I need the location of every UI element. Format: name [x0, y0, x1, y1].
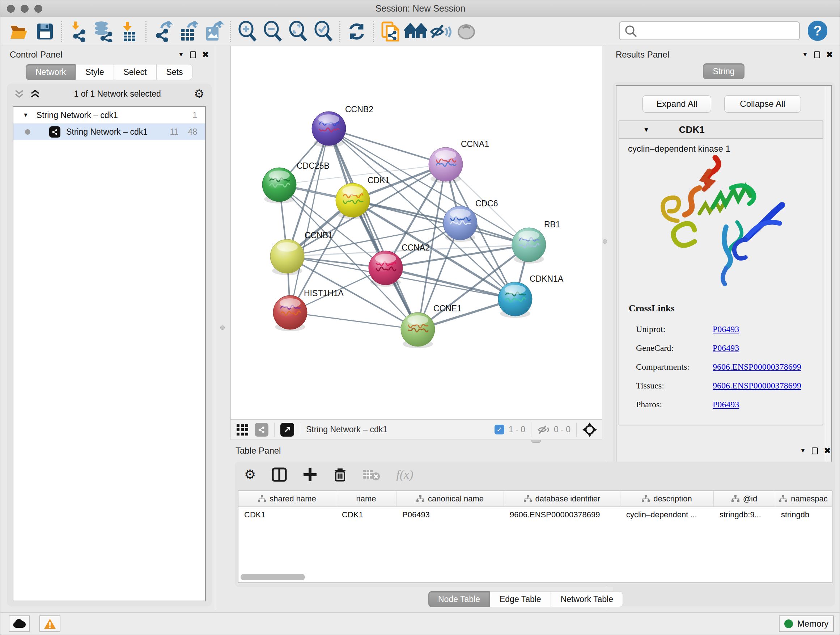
export-table-button[interactable]	[175, 19, 201, 44]
node-label-CDC25B: CDC25B	[297, 161, 330, 171]
collapse-all-button[interactable]: Collapse All	[724, 95, 801, 112]
table-cell[interactable]: stringdb	[775, 507, 832, 523]
table-cell[interactable]: CDK1	[336, 507, 396, 523]
table-horizontal-scrollbar[interactable]	[240, 574, 305, 580]
float-panel-icon[interactable]	[812, 448, 818, 454]
panel-menu-icon[interactable]: ▼	[178, 51, 184, 58]
duplicate-network-file-icon	[380, 20, 401, 43]
panel-menu-icon[interactable]: ▼	[802, 51, 808, 58]
network-type-icon[interactable]	[255, 423, 268, 437]
birdseye-view-icon[interactable]	[237, 424, 248, 435]
table-cell[interactable]: CDK1	[238, 507, 336, 523]
fit-crosshair-icon[interactable]	[583, 423, 597, 437]
crosslink-link[interactable]: 9606.ENSP00000378699	[713, 381, 801, 391]
refresh-layout-button[interactable]	[344, 19, 369, 44]
crosslink-link[interactable]: 9606.ENSP00000378699	[713, 362, 801, 372]
column-header-shared-name[interactable]: shared name	[238, 491, 336, 507]
footer-separator	[274, 423, 275, 437]
tab-node-table[interactable]: Node Table	[428, 591, 490, 607]
protein-card: ▼ CDK1 cyclin–dependent kinase 1	[619, 120, 823, 425]
vertical-splitter-handle[interactable]	[220, 325, 225, 330]
open-session-button[interactable]	[7, 19, 32, 44]
table-options-gear-icon[interactable]: ⚙	[244, 467, 256, 482]
crosslink-link[interactable]: P06493	[713, 343, 739, 353]
zoom-fit-icon	[288, 21, 308, 42]
collapse-all-icon[interactable]	[14, 89, 25, 98]
import-network-icon	[68, 21, 88, 42]
column-header-description[interactable]: description	[621, 491, 714, 507]
import-table-icon	[119, 21, 139, 42]
node-label-CCNA1: CCNA1	[461, 139, 489, 149]
export-network-button[interactable]	[150, 19, 175, 44]
zoom-in-icon	[237, 21, 257, 42]
node-label-CCNB1: CCNB1	[305, 231, 333, 240]
tab-sets[interactable]: Sets	[156, 64, 193, 80]
import-network-from-database-button[interactable]	[91, 19, 117, 44]
tab-select[interactable]: Select	[114, 64, 156, 80]
tab-string[interactable]: String	[703, 63, 744, 79]
import-network-button[interactable]	[66, 19, 91, 44]
table-cell[interactable]: stringdb:9...	[714, 507, 775, 523]
import-table-button[interactable]	[117, 19, 142, 44]
add-column-icon[interactable]	[303, 467, 317, 482]
show-columns-icon[interactable]	[272, 467, 287, 482]
toolbar-separator	[339, 21, 340, 42]
warning-status-button[interactable]	[39, 616, 60, 632]
open-in-new-window-button[interactable]	[280, 423, 294, 437]
tab-edge-table[interactable]: Edge Table	[490, 591, 551, 607]
expand-all-icon[interactable]	[30, 89, 41, 98]
table-cell[interactable]: cyclin–dependent ...	[621, 507, 714, 523]
float-panel-icon[interactable]	[814, 51, 820, 58]
table-cell[interactable]: P06493	[396, 507, 504, 523]
network-view[interactable]: CCNB2CCNA1CDC25BCDK1CDC6RB1CCNB1CCNA2CDK…	[231, 46, 602, 420]
close-panel-icon[interactable]: ✖	[824, 447, 831, 455]
hide-panels-button[interactable]	[428, 19, 454, 44]
zoom-selected-button[interactable]	[310, 19, 336, 44]
memory-button[interactable]: Memory	[779, 616, 834, 632]
column-header-namespace[interactable]: namespac	[775, 491, 832, 507]
crosslink-link[interactable]: P06493	[713, 325, 739, 334]
selected-checkbox-icon[interactable]: ✓	[494, 424, 504, 434]
column-header-canonical-name[interactable]: canonical name	[396, 491, 504, 507]
card-expander-icon[interactable]: ▼	[643, 126, 649, 134]
network-options-gear-icon[interactable]: ⚙	[194, 87, 204, 101]
network-collection-row[interactable]: ▼ String Network – cdk1 1	[13, 107, 205, 124]
close-panel-icon[interactable]: ✖	[202, 50, 209, 59]
save-session-button[interactable]	[32, 19, 57, 44]
zoom-in-button[interactable]	[234, 19, 260, 44]
zoom-fit-button[interactable]	[285, 19, 310, 44]
export-image-icon	[203, 21, 224, 42]
column-header-name[interactable]: name	[336, 491, 396, 507]
crosslink-link[interactable]: P06493	[713, 400, 739, 409]
copy-network-button[interactable]	[378, 19, 403, 44]
panel-menu-icon[interactable]: ▼	[800, 447, 806, 454]
crosslinks-title: CrossLinks	[629, 303, 675, 314]
tab-style[interactable]: Style	[76, 64, 114, 80]
cloud-status-button[interactable]	[9, 616, 30, 632]
network-row[interactable]: String Network – cdk1 11 48	[13, 124, 205, 140]
column-tree-icon	[416, 495, 424, 502]
help-button[interactable]: ?	[808, 21, 827, 41]
memory-label: Memory	[797, 619, 829, 629]
tab-network[interactable]: Network	[26, 64, 76, 80]
export-image-button[interactable]	[201, 19, 226, 44]
column-header-database-identifier[interactable]: database identifier	[504, 491, 621, 507]
float-panel-icon[interactable]	[190, 51, 196, 58]
collection-expander-icon[interactable]: ▼	[23, 112, 28, 119]
search-input[interactable]	[641, 26, 799, 36]
tab-network-table[interactable]: Network Table	[551, 591, 623, 607]
protein-card-header[interactable]: ▼ CDK1	[619, 121, 823, 139]
expand-all-button[interactable]: Expand All	[643, 95, 711, 112]
string-home-button[interactable]	[403, 19, 428, 44]
houses-icon	[404, 22, 428, 41]
results-scrollbar[interactable]	[825, 87, 831, 472]
zoom-selected-icon	[313, 21, 333, 42]
zoom-out-button[interactable]	[260, 19, 285, 44]
network-view-toolbar: String Network – cdk1 ✓ 1 - 0 0 - 0	[231, 420, 602, 440]
close-panel-icon[interactable]: ✖	[826, 50, 833, 59]
delete-trash-icon[interactable]	[333, 467, 347, 482]
table-cell[interactable]: 9606.ENSP00000378699	[504, 507, 621, 523]
column-header-id[interactable]: @id	[714, 491, 775, 507]
node-label-CCNA2: CCNA2	[401, 243, 430, 252]
show-view-button[interactable]	[454, 19, 479, 44]
